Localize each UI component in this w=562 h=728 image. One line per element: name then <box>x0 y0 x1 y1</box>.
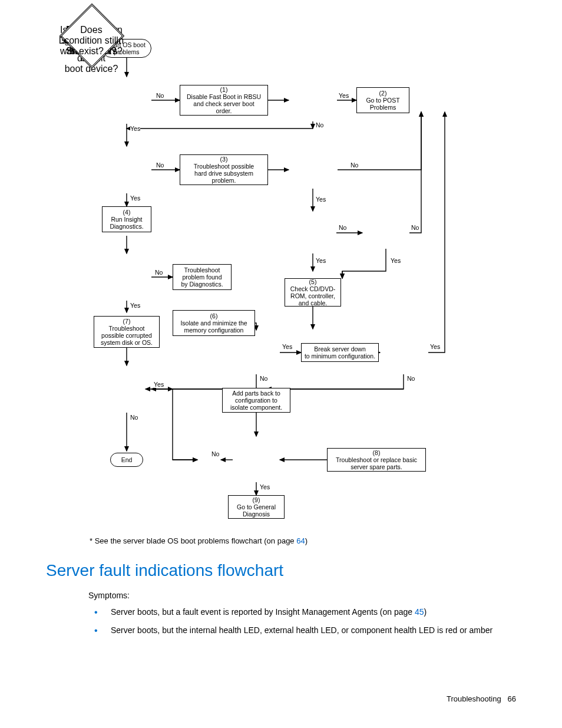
lbl-no: No <box>339 224 346 231</box>
page-footer: Troubleshooting 66 <box>447 694 516 703</box>
flowchart: Start OS bootproblems (1)Disable Fast Bo… <box>91 35 515 525</box>
node-p1: (1)Disable Fast Boot in RBSUand check se… <box>180 85 268 116</box>
node-p4: (4)Run InsightDiagnostics. <box>102 206 151 232</box>
dec-cond-final: Doescondition stillexist? <box>91 41 92 42</box>
lbl-no: No <box>211 450 219 457</box>
lbl-yes: Yes <box>282 343 292 350</box>
lbl-yes: Yes <box>154 381 164 388</box>
symptoms-list: Server boots, but a fault event is repor… <box>88 606 513 643</box>
lbl-no: No <box>411 224 419 231</box>
bullet-2: Server boots, but the internal health LE… <box>88 624 513 637</box>
node-p8: (8)Troubleshoot or replace basicserver s… <box>327 448 426 472</box>
flowchart-footnote: * See the server blade OS boot problems … <box>90 536 308 545</box>
lbl-no: No <box>156 162 164 169</box>
lbl-no: No <box>316 121 323 129</box>
node-p2: (2)Go to POSTProblems <box>356 87 409 113</box>
lbl-yes: Yes <box>260 483 270 490</box>
lbl-yes: Yes <box>130 195 140 202</box>
node-p9: (9)Go to GeneralDiagnosis <box>228 495 285 519</box>
lbl-no: No <box>351 162 358 169</box>
node-p3: (3)Troubleshoot possiblehard drive subsy… <box>180 154 268 185</box>
node-end: End <box>110 453 143 467</box>
lbl-yes: Yes <box>130 302 140 309</box>
node-p5: (5)Check CD/DVD-ROM, controller,and cabl… <box>285 278 341 307</box>
lbl-yes: Yes <box>130 125 140 132</box>
lbl-no: No <box>260 375 267 382</box>
section-heading: Server fault indications flowchart <box>46 561 283 580</box>
lbl-yes: Yes <box>391 257 401 264</box>
lbl-no: No <box>155 269 163 276</box>
bullet-1: Server boots, but a fault event is repor… <box>88 606 513 618</box>
symptoms-label: Symptoms: <box>88 589 130 602</box>
lbl-yes: Yes <box>339 92 349 99</box>
lbl-no: No <box>156 92 164 99</box>
node-break: Break server downto minimum configuratio… <box>301 343 379 362</box>
link-page-45[interactable]: 45 <box>415 607 424 617</box>
node-diag-trouble: Troubleshootproblem foundby Diagnostics. <box>173 264 232 290</box>
node-p7: (7)Troubleshootpossible corruptedsystem … <box>94 316 160 348</box>
lbl-yes: Yes <box>430 343 440 350</box>
lbl-yes: Yes <box>316 196 326 203</box>
lbl-yes: Yes <box>316 257 326 264</box>
link-page-64[interactable]: 64 <box>296 536 305 545</box>
lbl-no: No <box>407 375 415 382</box>
node-addparts: Add parts back toconfiguration toisolate… <box>222 388 290 413</box>
node-p6: (6)Isolate and minimize thememory config… <box>173 310 255 336</box>
lbl-no: No <box>130 414 138 421</box>
